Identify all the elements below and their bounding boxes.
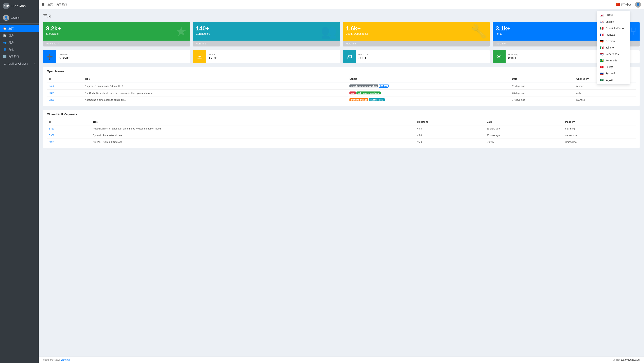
- stat-more-info-forks[interactable]: More info →: [496, 42, 509, 45]
- lang-option-ru[interactable]: 🇷🇺 Русский: [597, 70, 630, 77]
- lang-fr-label: Français: [606, 33, 616, 36]
- lang-option-fr[interactable]: 🇫🇷 Français: [597, 32, 630, 38]
- table-row: 5362 Dynamic Parameter Module v5.4 25 da…: [47, 132, 636, 139]
- lang-option-es[interactable]: 🇲🇽 Español México: [597, 25, 630, 32]
- multi-icon: ⬡: [3, 62, 7, 65]
- stat-card-footer-contributors[interactable]: More info →: [193, 41, 340, 47]
- lang-option-nl[interactable]: 🇳🇱 Nederlands: [597, 51, 630, 57]
- issue-labels: breaking-changeenhancement: [347, 97, 510, 103]
- issue-id-link[interactable]: 5391: [49, 92, 54, 94]
- table-row: 4924 ASP.NET Core 3.0 Upgrade v5.0 Oct 1…: [47, 139, 636, 145]
- pr-title: Added Dynamic-Parameter-System doc to do…: [90, 125, 415, 132]
- stat-more-info-contributors[interactable]: More info →: [196, 42, 209, 45]
- stat-card-stargazers: 8.2k+ Stargazers ★ More info →: [43, 22, 190, 47]
- stat-more-info-dependents[interactable]: More info →: [346, 42, 359, 45]
- issue-date: 26 days ago: [510, 90, 574, 97]
- pr-id-link[interactable]: 5430: [49, 127, 54, 130]
- topbar-right-wrapper: 🇨🇳 简体中文 👤 🇯🇵 日本語 🇬🇧 English 🇲🇽 Español: [614, 2, 641, 8]
- issue-id-link[interactable]: 5390: [49, 99, 54, 101]
- issue-opened-by: acjh: [574, 90, 636, 97]
- commits-value: 6,350+: [58, 56, 70, 60]
- footer-copyright: Copyright © 2020 LionCms.: [43, 358, 70, 361]
- issues-label: Issues: [208, 53, 217, 56]
- footer: Copyright © 2020 LionCms. Version 5.5.0.…: [39, 356, 644, 363]
- star-icon: ★: [176, 24, 187, 39]
- table-row: 5391 AbpCacheBase should lock the same o…: [47, 90, 636, 97]
- topbar-nav-about[interactable]: 关于我们: [56, 3, 67, 6]
- info-box-watching-content: Watching 810+: [506, 51, 521, 62]
- issue-id: 5452: [47, 82, 83, 90]
- roles-icon: 👤: [3, 48, 7, 51]
- sidebar-item-roles-label: 角色: [8, 48, 36, 51]
- flag-en: 🇬🇧: [600, 20, 604, 24]
- chevron-icon: ❮: [34, 63, 36, 65]
- issue-labels: bugpull request candidate: [347, 90, 510, 97]
- stat-card-footer-stargazers[interactable]: More info →: [43, 41, 190, 47]
- info-box-commits: ➕ Commits 6,350+: [43, 50, 190, 63]
- stat-more-info-stargazers[interactable]: More info →: [46, 42, 59, 45]
- lang-option-en[interactable]: 🇬🇧 English: [597, 19, 630, 25]
- lang-es-label: Español México: [606, 27, 624, 30]
- users-icon: 👥: [3, 41, 7, 44]
- lang-option-ar[interactable]: 🇸🇦 العربية: [597, 77, 630, 83]
- badge: pull request candidate: [356, 92, 380, 94]
- info-box-releases-content: Releases 200+: [356, 51, 371, 62]
- lang-option-ja[interactable]: 🇯🇵 日本語: [597, 12, 630, 19]
- issue-labels: module-zero-core-templatefeature: [347, 82, 510, 90]
- sidebar-item-tenant[interactable]: 🏢 租户: [0, 32, 39, 39]
- user-avatar-topbar[interactable]: 👤: [635, 2, 641, 8]
- col-date-prs: Date: [484, 119, 563, 125]
- sidebar-item-home-label: 主页: [8, 27, 36, 30]
- col-id-issues: Id: [47, 76, 83, 82]
- sidebar-item-multi[interactable]: ⬡ Multi Level Menu ❮: [0, 60, 39, 67]
- sidebar-item-about-label: 关于我们: [8, 55, 36, 58]
- language-button[interactable]: 🇨🇳 简体中文: [614, 2, 633, 7]
- flag-de: 🇩🇪: [600, 40, 604, 43]
- sidebar-item-home[interactable]: 🏠 主页: [0, 25, 39, 32]
- stat-number-contributors: 140+: [196, 25, 337, 32]
- stat-label-dependents: Used / Dependents: [346, 32, 487, 35]
- user-avatar: 👤: [3, 15, 9, 21]
- stat-number-dependents: 1.6k+: [346, 25, 487, 32]
- watching-label: Watching: [508, 53, 518, 56]
- info-boxes-row: ➕ Commits 6,350+ ⚠ Issues 170+ 🏷 Release…: [43, 50, 640, 63]
- tenant-icon: 🏢: [3, 34, 7, 37]
- badge: breaking-change: [350, 98, 368, 101]
- info-box-releases: 🏷 Releases 200+: [343, 50, 490, 63]
- sidebar-item-multi-label: Multi Level Menu: [8, 62, 32, 65]
- pr-milestone: v5.0: [415, 139, 484, 145]
- lang-option-pt[interactable]: 🇧🇷 Português: [597, 57, 630, 64]
- issue-title: AbpCacheBase should lock the same object…: [83, 90, 347, 97]
- issue-title: AbpCache sliding/absolute expire time: [83, 97, 347, 103]
- pr-id-link[interactable]: 4924: [49, 141, 54, 143]
- stat-card-footer-dependents[interactable]: More info →: [343, 41, 490, 47]
- sidebar-item-roles[interactable]: 👤 角色: [0, 46, 39, 53]
- lang-option-tr[interactable]: 🇹🇷 Türkçe: [597, 64, 630, 70]
- issue-id-link[interactable]: 5452: [49, 85, 54, 87]
- closed-prs-section: Closed Pull Requests Id Title Milestone …: [43, 110, 640, 148]
- stat-card-body-stargazers: 8.2k+ Stargazers ★: [43, 22, 190, 41]
- pr-id: 5362: [47, 132, 90, 139]
- main-wrapper: ☰ 主页 关于我们 🇨🇳 简体中文 👤 🇯🇵 日本語 🇬🇧: [39, 0, 644, 363]
- topbar: ☰ 主页 关于我们 🇨🇳 简体中文 👤 🇯🇵 日本語 🇬🇧: [39, 0, 644, 9]
- brand-logo[interactable]: ABP LionCms: [0, 0, 39, 12]
- issues-icon: ⚠: [193, 50, 206, 63]
- info-box-issues: ⚠ Issues 170+: [193, 50, 340, 63]
- sidebar-toggle-button[interactable]: ☰: [42, 3, 44, 7]
- stat-card-contributors: 140+ Contributors 👥 More info →: [193, 22, 340, 47]
- pr-milestone: v5.4: [415, 132, 484, 139]
- sidebar-item-users[interactable]: 👥 用户: [0, 39, 39, 46]
- issue-date: 27 days ago: [510, 97, 574, 103]
- lang-nl-label: Nederlands: [606, 53, 619, 56]
- pr-date: 18 days ago: [484, 125, 563, 132]
- topbar-right: 🇨🇳 简体中文 👤: [614, 2, 641, 8]
- lang-option-de[interactable]: 🇩🇪 German: [597, 38, 630, 45]
- footer-brand-link[interactable]: LionCms.: [61, 358, 70, 361]
- pr-id-link[interactable]: 5362: [49, 134, 54, 137]
- sidebar-item-about[interactable]: ℹ️ 关于我们: [0, 53, 39, 60]
- watching-value: 810+: [508, 56, 518, 60]
- lang-option-it[interactable]: 🇮🇹 Italiano: [597, 45, 630, 51]
- topbar-nav-home[interactable]: 主页: [48, 3, 53, 6]
- pr-date: Oct 15: [484, 139, 563, 145]
- forks-icon: ⑂: [630, 25, 637, 38]
